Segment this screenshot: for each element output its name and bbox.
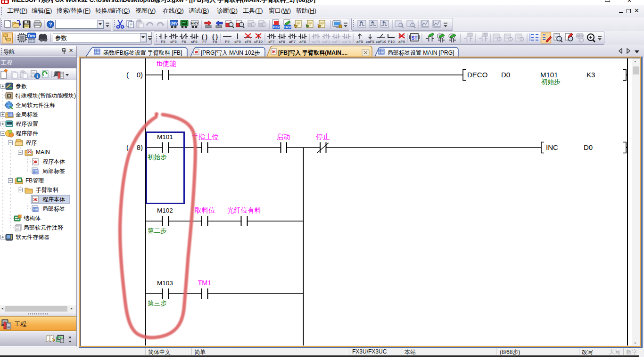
svg-text:全局软元件注释: 全局软元件注释: [16, 102, 55, 108]
svg-text:sF6: sF6: [191, 40, 198, 44]
svg-text:D0: D0: [501, 71, 510, 79]
svg-text:?: ?: [49, 22, 52, 27]
svg-text:程序本体: 程序本体: [42, 158, 65, 165]
svg-text:saF8: saF8: [342, 40, 351, 44]
svg-text:参数: 参数: [55, 35, 67, 41]
svg-text:第二步: 第二步: [148, 227, 167, 234]
svg-text:{ }: { }: [212, 33, 218, 40]
svg-text:[FB]写入 手臂取料(MAIN....: [FB]写入 手臂取料(MAIN....: [278, 49, 347, 56]
svg-text:程序本体: 程序本体: [42, 196, 65, 203]
svg-text:取料位: 取料位: [195, 206, 215, 214]
svg-text:全局标签: 全局标签: [16, 111, 38, 118]
svg-text:( 0): ( 0): [126, 71, 143, 79]
svg-text:HKY: HKY: [191, 21, 198, 25]
svg-text:参数: 参数: [16, 83, 27, 90]
svg-text:sF8: sF8: [279, 40, 285, 44]
svg-text:第三步: 第三步: [148, 300, 167, 307]
svg-text:saF5: saF5: [312, 40, 320, 44]
svg-text:初始步: 初始步: [541, 78, 561, 85]
svg-text:停止: 停止: [316, 133, 330, 140]
svg-text:Dev: Dev: [284, 25, 291, 29]
svg-text:软元件存储器: 软元件存储器: [16, 234, 50, 240]
svg-text:saF7: saF7: [332, 40, 340, 44]
svg-text:手臂取料: 手臂取料: [36, 187, 58, 193]
svg-text:Dev: Dev: [28, 33, 35, 38]
svg-text:特殊模块(智能功能模块): 特殊模块(智能功能模块): [15, 92, 76, 99]
svg-text:D0: D0: [584, 143, 593, 151]
svg-text:F6: F6: [182, 40, 186, 44]
svg-text:aF5: aF5: [356, 40, 363, 44]
svg-text:FB管理: FB管理: [25, 177, 44, 184]
svg-text:( ): ( ): [202, 33, 207, 40]
svg-text:Dev: Dev: [170, 21, 178, 25]
svg-text:cF10: cF10: [254, 40, 263, 44]
svg-text:[PRG]写入 MAIN 102步: [PRG]写入 MAIN 102步: [201, 49, 260, 56]
svg-text:M101: M101: [540, 71, 558, 79]
svg-text:程序部件: 程序部件: [16, 130, 38, 137]
svg-text:cF9: cF9: [245, 40, 251, 44]
svg-text:F8: F8: [213, 40, 217, 44]
svg-text:caF5: caF5: [366, 40, 374, 44]
svg-text:局部标签: 局部标签: [42, 168, 65, 174]
svg-text:aF9: aF9: [398, 40, 405, 44]
svg-text:F9: F9: [225, 40, 230, 44]
svg-text:M103: M103: [157, 280, 173, 287]
svg-text:i: i: [37, 74, 38, 79]
svg-text:fb使能: fb使能: [157, 60, 176, 67]
svg-text:caF10: caF10: [376, 40, 387, 44]
svg-text:Dev: Dev: [273, 25, 280, 29]
svg-text:程序: 程序: [25, 140, 37, 146]
svg-text:TM1: TM1: [198, 279, 212, 287]
svg-text:程序设置: 程序设置: [16, 121, 38, 127]
svg-text:ST: ST: [412, 35, 418, 41]
svg-text:aF8: aF8: [299, 40, 306, 44]
svg-text:函数/FB标签设置 手臂取料 [FB]: 函数/FB标签设置 手臂取料 [FB]: [103, 49, 182, 56]
svg-text:局部标签: 局部标签: [42, 206, 65, 212]
svg-text:启动: 启动: [277, 133, 290, 140]
svg-text:aF7: aF7: [289, 40, 296, 44]
svg-text:F7: F7: [202, 40, 207, 44]
svg-text:MAIN: MAIN: [36, 149, 50, 156]
svg-text:局部标签设置 MAIN [PRG]: 局部标签设置 MAIN [PRG]: [388, 49, 454, 56]
svg-text:F10: F10: [388, 40, 395, 44]
svg-text:M102: M102: [157, 207, 173, 214]
svg-text:M101: M101: [157, 133, 173, 140]
svg-text:sF7: sF7: [268, 40, 275, 44]
svg-text:F5: F5: [161, 40, 165, 44]
svg-text:DEV: DEV: [576, 34, 583, 38]
svg-text:sF5: sF5: [170, 40, 177, 44]
svg-text:saF6: saF6: [322, 40, 330, 44]
svg-text:DECO: DECO: [467, 71, 487, 79]
svg-text:sF9: sF9: [234, 40, 241, 44]
svg-text:光纤位有料: 光纤位有料: [227, 206, 262, 214]
svg-text:局部软元件注释: 局部软元件注释: [24, 224, 63, 231]
svg-text:初始步: 初始步: [148, 154, 167, 161]
svg-text:K3: K3: [586, 71, 595, 79]
svg-text:结构体: 结构体: [24, 215, 41, 222]
svg-text:INC: INC: [546, 143, 558, 151]
svg-text:»: »: [68, 334, 71, 340]
